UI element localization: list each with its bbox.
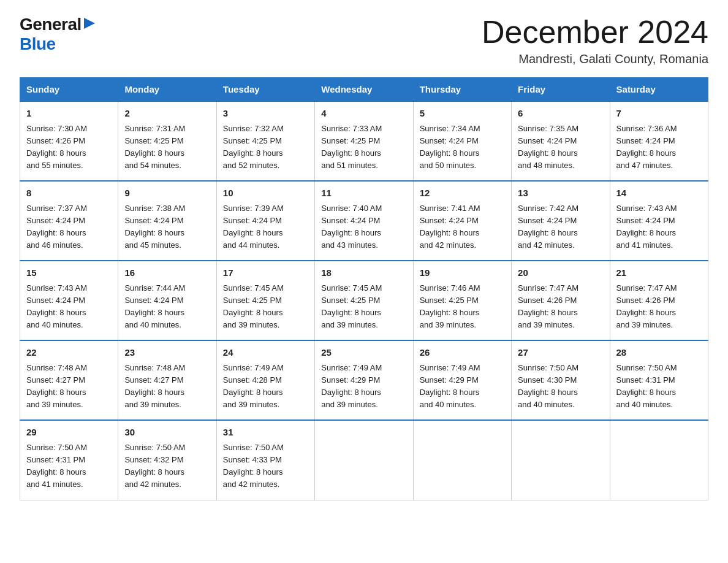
day-info: Sunrise: 7:49 AMSunset: 4:29 PMDaylight:… [321,362,406,412]
day-cell-23: 23Sunrise: 7:48 AMSunset: 4:27 PMDayligh… [118,340,216,420]
day-info: Sunrise: 7:46 AMSunset: 4:25 PMDaylight:… [420,282,505,332]
day-cell-10: 10Sunrise: 7:39 AMSunset: 4:24 PMDayligh… [216,181,314,261]
day-cell-11: 11Sunrise: 7:40 AMSunset: 4:24 PMDayligh… [315,181,413,261]
week-row-3: 15Sunrise: 7:43 AMSunset: 4:24 PMDayligh… [20,261,708,340]
empty-cell [610,420,708,500]
day-number: 25 [321,346,406,360]
day-cell-14: 14Sunrise: 7:43 AMSunset: 4:24 PMDayligh… [610,181,708,261]
day-number: 7 [616,107,702,121]
day-info: Sunrise: 7:37 AMSunset: 4:24 PMDaylight:… [26,202,112,252]
day-cell-1: 1Sunrise: 7:30 AMSunset: 4:26 PMDaylight… [20,101,118,181]
title-block: December 2024 Mandresti, Galati County, … [482,15,708,66]
col-header-friday: Friday [512,78,610,102]
day-cell-21: 21Sunrise: 7:47 AMSunset: 4:26 PMDayligh… [610,261,708,340]
day-info: Sunrise: 7:47 AMSunset: 4:26 PMDaylight:… [518,282,603,332]
day-number: 30 [124,426,210,440]
day-info: Sunrise: 7:30 AMSunset: 4:26 PMDaylight:… [26,123,112,172]
empty-cell [413,420,511,500]
day-cell-16: 16Sunrise: 7:44 AMSunset: 4:24 PMDayligh… [118,261,216,340]
day-info: Sunrise: 7:42 AMSunset: 4:24 PMDaylight:… [518,202,603,252]
col-header-sunday: Sunday [20,78,118,102]
day-number: 29 [26,426,112,440]
col-header-wednesday: Wednesday [315,78,413,102]
col-header-thursday: Thursday [413,78,511,102]
day-number: 26 [420,346,505,360]
day-number: 27 [518,346,603,360]
day-number: 21 [616,266,702,280]
title-month: December 2024 [482,15,708,50]
day-cell-29: 29Sunrise: 7:50 AMSunset: 4:31 PMDayligh… [20,420,118,500]
week-row-2: 8Sunrise: 7:37 AMSunset: 4:24 PMDaylight… [20,181,708,261]
day-cell-6: 6Sunrise: 7:35 AMSunset: 4:24 PMDaylight… [512,101,610,181]
day-number: 6 [518,107,603,121]
header-row: SundayMondayTuesdayWednesdayThursdayFrid… [20,78,708,102]
day-info: Sunrise: 7:50 AMSunset: 4:31 PMDaylight:… [616,362,702,412]
col-header-saturday: Saturday [610,78,708,102]
day-cell-31: 31Sunrise: 7:50 AMSunset: 4:33 PMDayligh… [216,420,314,500]
week-row-5: 29Sunrise: 7:50 AMSunset: 4:31 PMDayligh… [20,420,708,500]
logo-arrow-icon [83,17,96,30]
day-cell-7: 7Sunrise: 7:36 AMSunset: 4:24 PMDaylight… [610,101,708,181]
day-number: 16 [124,266,210,280]
day-info: Sunrise: 7:40 AMSunset: 4:24 PMDaylight:… [321,202,406,252]
day-cell-12: 12Sunrise: 7:41 AMSunset: 4:24 PMDayligh… [413,181,511,261]
day-info: Sunrise: 7:32 AMSunset: 4:25 PMDaylight:… [223,123,308,172]
logo-blue: Blue [20,34,56,53]
day-number: 22 [26,346,112,360]
empty-cell [315,420,413,500]
day-number: 9 [124,186,210,201]
week-row-1: 1Sunrise: 7:30 AMSunset: 4:26 PMDaylight… [20,101,708,181]
day-info: Sunrise: 7:45 AMSunset: 4:25 PMDaylight:… [321,282,406,332]
day-info: Sunrise: 7:45 AMSunset: 4:25 PMDaylight:… [223,282,308,332]
day-info: Sunrise: 7:49 AMSunset: 4:29 PMDaylight:… [420,362,505,412]
day-cell-28: 28Sunrise: 7:50 AMSunset: 4:31 PMDayligh… [610,340,708,420]
day-info: Sunrise: 7:43 AMSunset: 4:24 PMDaylight:… [616,202,702,252]
day-number: 31 [223,426,308,440]
day-number: 28 [616,346,702,360]
day-info: Sunrise: 7:35 AMSunset: 4:24 PMDaylight:… [518,123,603,172]
day-number: 23 [124,346,210,360]
day-number: 13 [518,186,603,201]
day-cell-3: 3Sunrise: 7:32 AMSunset: 4:25 PMDaylight… [216,101,314,181]
day-number: 14 [616,186,702,201]
day-cell-2: 2Sunrise: 7:31 AMSunset: 4:25 PMDaylight… [118,101,216,181]
title-location: Mandresti, Galati County, Romania [482,52,708,66]
day-info: Sunrise: 7:31 AMSunset: 4:25 PMDaylight:… [124,123,210,172]
day-number: 2 [124,107,210,121]
day-cell-19: 19Sunrise: 7:46 AMSunset: 4:25 PMDayligh… [413,261,511,340]
day-info: Sunrise: 7:49 AMSunset: 4:28 PMDaylight:… [223,362,308,412]
day-cell-4: 4Sunrise: 7:33 AMSunset: 4:25 PMDaylight… [315,101,413,181]
day-info: Sunrise: 7:48 AMSunset: 4:27 PMDaylight:… [124,362,210,412]
day-cell-20: 20Sunrise: 7:47 AMSunset: 4:26 PMDayligh… [512,261,610,340]
day-number: 8 [26,186,112,201]
day-cell-13: 13Sunrise: 7:42 AMSunset: 4:24 PMDayligh… [512,181,610,261]
day-number: 19 [420,266,505,280]
day-info: Sunrise: 7:50 AMSunset: 4:30 PMDaylight:… [518,362,603,412]
day-cell-15: 15Sunrise: 7:43 AMSunset: 4:24 PMDayligh… [20,261,118,340]
day-cell-25: 25Sunrise: 7:49 AMSunset: 4:29 PMDayligh… [315,340,413,420]
day-number: 17 [223,266,308,280]
day-number: 5 [420,107,505,121]
day-cell-18: 18Sunrise: 7:45 AMSunset: 4:25 PMDayligh… [315,261,413,340]
day-number: 1 [26,107,112,121]
logo: General Blue [20,15,96,54]
day-info: Sunrise: 7:44 AMSunset: 4:24 PMDaylight:… [124,282,210,332]
day-info: Sunrise: 7:43 AMSunset: 4:24 PMDaylight:… [26,282,112,332]
day-number: 18 [321,266,406,280]
week-row-4: 22Sunrise: 7:48 AMSunset: 4:27 PMDayligh… [20,340,708,420]
svg-marker-0 [84,18,95,29]
day-info: Sunrise: 7:34 AMSunset: 4:24 PMDaylight:… [420,123,505,172]
day-cell-27: 27Sunrise: 7:50 AMSunset: 4:30 PMDayligh… [512,340,610,420]
page-header: General Blue December 2024 Mandresti, Ga… [20,15,708,66]
day-cell-26: 26Sunrise: 7:49 AMSunset: 4:29 PMDayligh… [413,340,511,420]
day-info: Sunrise: 7:36 AMSunset: 4:24 PMDaylight:… [616,123,702,172]
day-number: 3 [223,107,308,121]
day-info: Sunrise: 7:41 AMSunset: 4:24 PMDaylight:… [420,202,505,252]
day-info: Sunrise: 7:50 AMSunset: 4:31 PMDaylight:… [26,442,112,491]
empty-cell [512,420,610,500]
day-cell-30: 30Sunrise: 7:50 AMSunset: 4:32 PMDayligh… [118,420,216,500]
calendar-table: SundayMondayTuesdayWednesdayThursdayFrid… [20,77,708,500]
day-number: 24 [223,346,308,360]
day-info: Sunrise: 7:39 AMSunset: 4:24 PMDaylight:… [223,202,308,252]
day-cell-22: 22Sunrise: 7:48 AMSunset: 4:27 PMDayligh… [20,340,118,420]
